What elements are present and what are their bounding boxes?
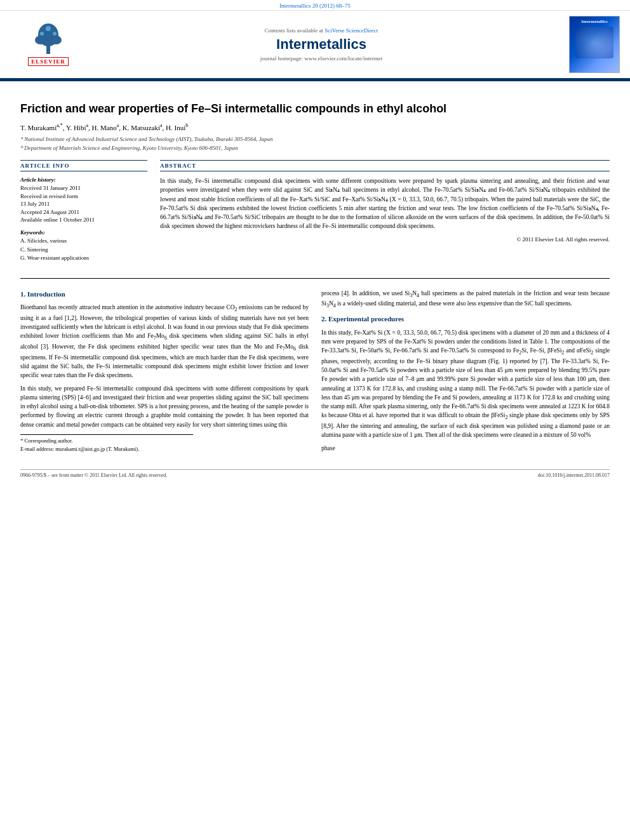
abstract-label: ABSTRACT (160, 160, 610, 171)
journal-volume-info: Intermetallics 20 (2012) 68–75 (279, 3, 351, 9)
affiliation-a: ᵃ National Institute of Advanced Industr… (20, 135, 610, 144)
keyword-b: C. Sintering (20, 246, 147, 255)
author-inui: H. Inuib (166, 124, 188, 131)
keyword-c: G. Wear-resistant applications (20, 254, 147, 263)
article-info-label: ARTICLE INFO (20, 160, 147, 171)
body-columns: 1. Introduction Bioethanol has recently … (20, 289, 610, 457)
received-date: Received 31 January 2011 (20, 184, 147, 192)
sciverse-text: Contents lists available at SciVerse Sci… (86, 27, 556, 34)
bottom-issn: 0966-9795/$ – see front matter © 2011 El… (20, 472, 167, 478)
article-info-abstract-columns: ARTICLE INFO Article history: Received 3… (20, 160, 610, 267)
revised-date: Received in revised form13 July 2011 (20, 192, 147, 208)
exp-paragraph-1: In this study, Fe-Xat% Si (X = 0, 33.3, … (321, 328, 610, 440)
journal-cover-image: Intermetallics (569, 16, 620, 73)
author-matsuzaki: K. Matsuzakia (123, 124, 163, 131)
intro-paragraph-1: Bioethanol has recently attracted much a… (20, 303, 309, 380)
history-label: Article history: (20, 177, 147, 183)
journal-homepage: journal homepage: www.elsevier.com/locat… (86, 55, 556, 62)
svg-point-4 (46, 26, 51, 31)
keywords-section: Keywords: A. Silicides, various C. Sinte… (20, 229, 147, 263)
elsevier-tree-logo (29, 22, 67, 57)
journal-title: Intermetallics (86, 36, 556, 53)
top-bar: Intermetallics 20 (2012) 68–75 (0, 0, 630, 11)
affiliations: ᵃ National Institute of Advanced Industr… (20, 135, 610, 152)
body-left-column: 1. Introduction Bioethanol has recently … (20, 289, 309, 457)
email-label: E-mail address: (20, 446, 54, 452)
affiliation-b: ᵇ Department of Materials Science and En… (20, 144, 610, 153)
author-murakami: T. Murakamia,* (20, 124, 63, 131)
footnote-email: E-mail address: murakami.t@aist.go.jp (T… (20, 445, 309, 453)
cover-title-text: Intermetallics (581, 19, 608, 24)
svg-point-2 (35, 36, 46, 44)
email-address: murakami.t@aist.go.jp (T. Murakami). (55, 446, 139, 452)
footnote-divider (20, 434, 193, 435)
publisher-logo-area: ELSEVIER (10, 22, 86, 67)
intro-paragraph-2: In this study, we prepared Fe–Si interme… (20, 384, 309, 429)
keywords-label: Keywords: (20, 229, 147, 236)
cover-decoration (575, 27, 613, 58)
accepted-date: Accepted 24 August 2011 (20, 208, 147, 217)
svg-point-3 (50, 36, 62, 44)
journal-cover-area: Intermetallics (556, 16, 620, 73)
author-mano: H. Manoa (92, 124, 119, 131)
sciverse-link[interactable]: SciVerse ScienceDirect (325, 27, 378, 34)
svg-point-6 (53, 32, 57, 36)
right-paragraph-1: process [4]. In addition, we used Si3N4 … (321, 289, 610, 310)
article-history: Article history: Received 31 January 201… (20, 177, 147, 224)
author-hibi: Y. Hibia (66, 124, 88, 131)
footnote-asterisk: * Corresponding author. (20, 437, 309, 445)
svg-point-5 (40, 32, 44, 36)
online-date: Available online 1 October 2011 (20, 216, 147, 224)
bottom-doi: doi:10.1016/j.intermet.2011.08.017 (538, 472, 610, 478)
keyword-a: A. Silicides, various (20, 237, 147, 246)
journal-header: ELSEVIER Contents lists available at Sci… (0, 11, 630, 79)
body-divider (20, 278, 610, 279)
abstract-text: In this study, Fe–Si intermetallic compo… (160, 177, 610, 231)
main-content: Friction and wear properties of Fe–Si in… (0, 81, 630, 488)
exp-section-title: 2. Experimental procedures (321, 314, 610, 324)
bottom-bar: 0966-9795/$ – see front matter © 2011 El… (20, 469, 610, 478)
body-right-column: process [4]. In addition, we used Si3N4 … (321, 289, 610, 457)
article-info-column: ARTICLE INFO Article history: Received 3… (20, 160, 147, 267)
article-title: Friction and wear properties of Fe–Si in… (20, 102, 610, 116)
elsevier-brand: ELSEVIER (28, 57, 69, 66)
authors-line: T. Murakamia,*, Y. Hibia, H. Manoa, K. M… (20, 123, 610, 131)
copyright-text: © 2011 Elsevier Ltd. All rights reserved… (160, 236, 610, 243)
exp-paragraph-2: phase (321, 444, 610, 453)
journal-info-center: Contents lists available at SciVerse Sci… (86, 27, 556, 62)
intro-section-title: 1. Introduction (20, 289, 309, 300)
abstract-column: ABSTRACT In this study, Fe–Si intermetal… (160, 160, 610, 267)
